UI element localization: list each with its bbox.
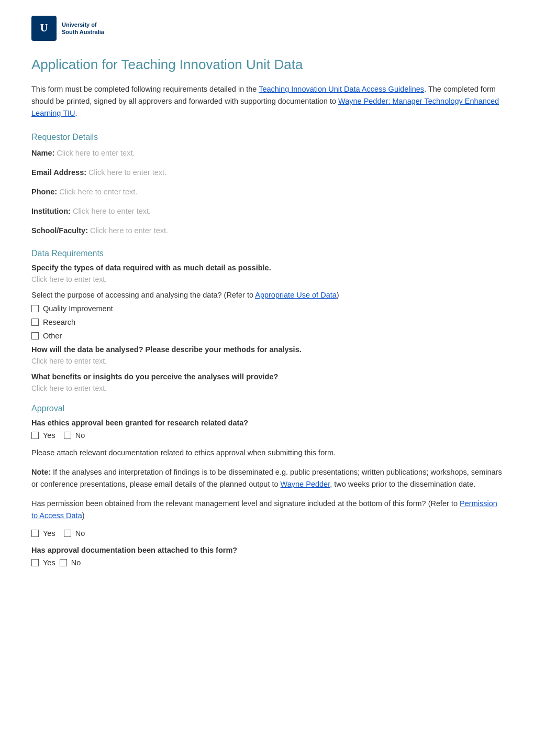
phone-field-row: Phone: Click here to enter text. — [31, 186, 503, 198]
appropriate-use-link[interactable]: Appropriate Use of Data — [255, 291, 337, 299]
institution-value[interactable]: Click here to enter text. — [73, 207, 151, 215]
intro-paragraph: This form must be completed following re… — [31, 83, 503, 120]
phone-label: Phone: — [31, 188, 57, 196]
checkbox-quality-label: Quality Improvement — [43, 304, 113, 313]
ethics-no-label: No — [75, 431, 85, 440]
data-requirements-section: Data Requirements Specify the types of d… — [31, 249, 503, 392]
doc-no-label: No — [71, 558, 81, 567]
analysis-question: How will the data be analysed? Please de… — [31, 345, 503, 354]
school-value[interactable]: Click here to enter text. — [90, 226, 168, 235]
doc-yes-label: Yes — [43, 558, 55, 567]
approval-heading: Approval — [31, 404, 503, 413]
permission-yes-checkbox[interactable] — [31, 530, 39, 537]
page-title: Application for Teaching Innovation Unit… — [31, 57, 503, 73]
institution-field-row: Institution: Click here to enter text. — [31, 205, 503, 217]
email-field-row: Email Address: Click here to enter text. — [31, 167, 503, 179]
permission-question: Has permission been obtained from the re… — [31, 498, 503, 522]
tiu-guidelines-link[interactable]: Teaching Innovation Unit Data Access Gui… — [259, 85, 424, 93]
ethics-no-checkbox[interactable] — [64, 432, 71, 439]
permission-yes-no-row: Yes No — [31, 529, 503, 538]
name-label: Name: — [31, 149, 54, 157]
checkbox-other-label: Other — [43, 332, 62, 340]
attach-note: Please attach relevant documentation rel… — [31, 447, 503, 459]
doc-yes-checkbox[interactable] — [31, 559, 39, 566]
name-field-row: Name: Click here to enter text. — [31, 147, 503, 159]
requestor-heading: Requestor Details — [31, 133, 503, 142]
phone-value[interactable]: Click here to enter text. — [59, 188, 137, 196]
page-header: U University of South Australia — [31, 16, 503, 41]
permission-no-label: No — [75, 529, 85, 538]
checkbox-research[interactable]: Research — [31, 318, 503, 326]
permission-no-checkbox[interactable] — [64, 530, 71, 537]
ethics-question: Has ethics approval been granted for res… — [31, 419, 503, 427]
wayne-pedder-note-link[interactable]: Wayne Pedder — [281, 480, 330, 488]
doc-question: Has approval documentation been attached… — [31, 546, 503, 554]
note-paragraph: Note: If the analyses and interpretation… — [31, 466, 503, 490]
purpose-text: Select the purpose of accessing and anal… — [31, 291, 503, 299]
logo-text: University of South Australia — [62, 21, 104, 36]
checkbox-other-icon[interactable] — [31, 332, 39, 339]
university-logo-icon: U — [31, 16, 57, 41]
approval-section: Approval Has ethics approval been grante… — [31, 404, 503, 567]
email-label: Email Address: — [31, 168, 86, 177]
analysis-input[interactable]: Click here to enter text. — [31, 357, 503, 365]
specify-label: Specify the types of data required with … — [31, 264, 503, 272]
checkbox-research-label: Research — [43, 318, 75, 326]
svg-text:U: U — [40, 22, 48, 34]
email-value[interactable]: Click here to enter text. — [88, 168, 166, 177]
requestor-section: Requestor Details Name: Click here to en… — [31, 133, 503, 237]
data-requirements-heading: Data Requirements — [31, 249, 503, 258]
permission-yes-label: Yes — [43, 529, 55, 538]
benefits-question: What benefits or insights do you perceiv… — [31, 372, 503, 381]
benefits-input[interactable]: Click here to enter text. — [31, 384, 503, 392]
logo: U University of South Australia — [31, 16, 104, 41]
school-field-row: School/Faculty: Click here to enter text… — [31, 225, 503, 237]
checkbox-quality-improvement[interactable]: Quality Improvement — [31, 304, 503, 313]
checkbox-other[interactable]: Other — [31, 332, 503, 340]
note-bold-label: Note: — [31, 468, 51, 476]
doc-no-checkbox[interactable] — [60, 559, 67, 566]
institution-label: Institution: — [31, 207, 71, 215]
school-label: School/Faculty: — [31, 226, 88, 235]
ethics-yes-checkbox[interactable] — [31, 432, 39, 439]
ethics-yes-no-row: Yes No — [31, 431, 503, 440]
ethics-yes-label: Yes — [43, 431, 55, 440]
name-value[interactable]: Click here to enter text. — [57, 149, 135, 157]
checkbox-quality-icon[interactable] — [31, 305, 39, 312]
specify-input[interactable]: Click here to enter text. — [31, 275, 503, 283]
checkbox-research-icon[interactable] — [31, 319, 39, 326]
doc-yes-no-row: Yes No — [31, 558, 503, 567]
